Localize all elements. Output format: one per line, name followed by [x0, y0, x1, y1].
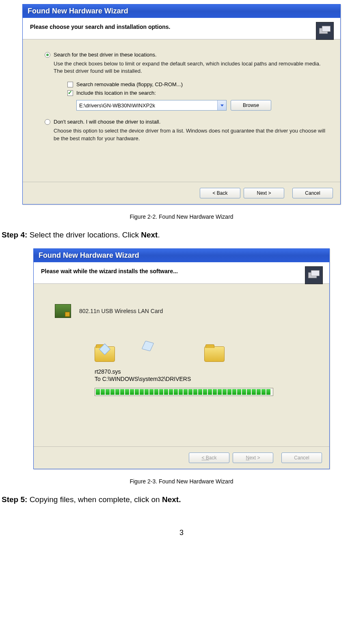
checkbox-removable-media[interactable]	[67, 82, 73, 87]
step-4-text: Step 4: Select the driver locations. Cli…	[2, 231, 363, 239]
radio-dont-search-desc: Choose this option to select the device …	[54, 127, 328, 142]
wizard-header: Please wait while the wizard installs th…	[34, 262, 329, 284]
hardware-icon	[316, 22, 334, 40]
next-button[interactable]: Next >	[244, 188, 284, 198]
wizard-body: 802.11n USB Wireless LAN Card rt2870.sys…	[34, 284, 329, 442]
checkbox-include-location[interactable]	[67, 90, 73, 96]
wizard-header-text: Please choose your search and installati…	[30, 24, 333, 30]
cancel-button: Cancel	[281, 453, 322, 463]
radio-search-best-desc: Use the check boxes below to limit or ex…	[54, 60, 328, 75]
figure-caption-2: Figure 2-3. Found New Hardware Wizard	[0, 478, 363, 485]
wizard-body: Search for the best driver in these loca…	[23, 39, 340, 178]
next-button: Next >	[233, 453, 273, 463]
titlebar[interactable]: Found New Hardware Wizard	[23, 4, 340, 18]
hardware-icon	[305, 266, 323, 284]
wizard-header-text: Please wait while the wizard installs th…	[41, 268, 322, 274]
cancel-button[interactable]: Cancel	[292, 188, 333, 198]
copying-destination: To C:\WINDOWS\system32\DRIVERS	[95, 376, 313, 382]
radio-search-best[interactable]	[45, 52, 50, 58]
location-combobox[interactable]: E:\drivers\GN-WB30N\WINXP2k	[76, 100, 227, 111]
device-name: 802.11n USB Wireless LAN Card	[79, 308, 163, 314]
chevron-down-icon[interactable]	[217, 100, 226, 110]
step-5-text: Step 5: Copying files, when complete, cl…	[2, 495, 363, 504]
network-card-icon	[55, 304, 71, 318]
hardware-wizard-dialog-1: Found New Hardware Wizard Please choose …	[22, 4, 341, 205]
wizard-footer: < Back Next > Cancel	[34, 447, 329, 469]
progress-bar	[95, 388, 273, 396]
wizard-header: Please choose your search and installati…	[23, 18, 340, 39]
browse-button[interactable]: Browse	[231, 100, 271, 111]
source-folder-icon	[95, 346, 115, 362]
titlebar[interactable]: Found New Hardware Wizard	[34, 249, 329, 262]
hardware-wizard-dialog-2: Found New Hardware Wizard Please wait wh…	[33, 248, 330, 469]
flying-document-icon	[142, 341, 154, 351]
svg-rect-3	[311, 270, 319, 276]
back-button[interactable]: < Back	[200, 188, 240, 198]
wizard-footer: < Back Next > Cancel	[23, 182, 340, 204]
page-number: 3	[0, 529, 363, 537]
location-path: E:\drivers\GN-WB30N\WINXP2k	[77, 102, 217, 109]
figure-caption-1: Figure 2-2. Found New Hardware Wizard	[0, 213, 363, 220]
copying-file-name: rt2870.sys	[95, 368, 313, 375]
radio-dont-search[interactable]	[45, 119, 50, 125]
radio-search-best-label: Search for the best driver in these loca…	[54, 52, 157, 58]
checkbox-removable-media-label: Search removable media (floppy, CD-ROM..…	[76, 81, 183, 87]
back-button: < Back	[189, 453, 229, 463]
radio-dont-search-label: Don't search. I will choose the driver t…	[54, 119, 160, 125]
svg-rect-1	[322, 26, 330, 32]
checkbox-include-location-label: Include this location in the search:	[76, 90, 156, 96]
dest-folder-icon	[204, 346, 225, 362]
